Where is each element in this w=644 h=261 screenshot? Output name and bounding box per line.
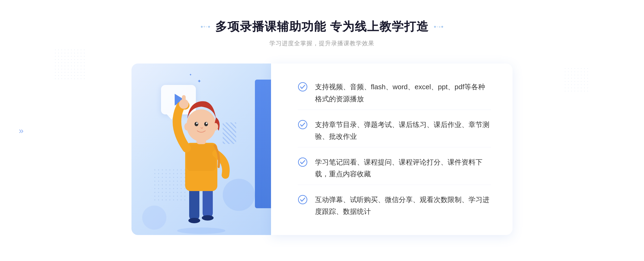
svg-point-11 bbox=[195, 122, 198, 126]
svg-point-10 bbox=[186, 109, 216, 141]
svg-rect-6 bbox=[186, 144, 216, 171]
sparkle-1: ✦ bbox=[197, 78, 201, 84]
page-container: » 多项录播课辅助功能 专为线上教学打造 学习进度全掌握，提升录播课教学效果 bbox=[0, 0, 644, 261]
svg-point-15 bbox=[184, 123, 190, 130]
illustration-card: ✦ ✦ bbox=[131, 64, 271, 235]
svg-point-12 bbox=[204, 122, 208, 126]
feature-item-3: 学习笔记回看、课程提问、课程评论打分、课件资料下载，重点内容收藏 bbox=[298, 151, 491, 185]
svg-point-20 bbox=[298, 195, 307, 204]
svg-point-16 bbox=[213, 123, 218, 130]
feature-item-4: 互动弹幕、试听购买、微信分享、观看次数限制、学习进度跟踪、数据统计 bbox=[298, 189, 491, 222]
sparkle-2: ✦ bbox=[189, 73, 192, 77]
features-panel: 支持视频、音频、flash、word、excel、ppt、pdf等各种格式的资源… bbox=[271, 64, 513, 235]
svg-rect-8 bbox=[182, 95, 186, 105]
svg-point-13 bbox=[196, 122, 198, 124]
header-section: 多项录播课辅助功能 专为线上教学打造 学习进度全掌握，提升录播课教学效果 bbox=[201, 19, 443, 47]
subtitle: 学习进度全掌握，提升录播课教学效果 bbox=[201, 39, 443, 47]
check-circle-icon-4 bbox=[298, 195, 308, 204]
check-circle-icon-1 bbox=[298, 82, 308, 92]
feature-text-4: 互动弹幕、试听购买、微信分享、观看次数限制、学习进度跟踪、数据统计 bbox=[315, 194, 491, 217]
svg-point-3 bbox=[188, 218, 200, 223]
svg-point-19 bbox=[298, 158, 307, 166]
check-circle-icon-2 bbox=[298, 120, 308, 129]
title-row: 多项录播课辅助功能 专为线上教学打造 bbox=[201, 19, 443, 35]
feature-text-2: 支持章节目录、弹题考试、课后练习、课后作业、章节测验、批改作业 bbox=[315, 119, 491, 142]
svg-point-4 bbox=[202, 215, 214, 221]
feature-text-3: 学习笔记回看、课程提问、课程评论打分、课件资料下载，重点内容收藏 bbox=[315, 156, 491, 180]
svg-point-18 bbox=[298, 120, 307, 129]
bg-dots-left bbox=[54, 48, 86, 80]
title-decorator-left bbox=[201, 26, 210, 28]
svg-point-0 bbox=[177, 228, 225, 234]
check-circle-icon-3 bbox=[298, 157, 308, 167]
title-decorator-right bbox=[434, 26, 443, 28]
feature-item-2: 支持章节目录、弹题考试、课后练习、课后作业、章节测验、批改作业 bbox=[298, 114, 491, 147]
content-area: ✦ ✦ bbox=[131, 64, 513, 235]
svg-point-14 bbox=[206, 122, 207, 124]
main-title: 多项录播课辅助功能 专为线上教学打造 bbox=[215, 19, 429, 35]
feature-text-1: 支持视频、音频、flash、word、excel、ppt、pdf等各种格式的资源… bbox=[315, 81, 491, 105]
svg-point-17 bbox=[298, 83, 307, 91]
human-figure bbox=[156, 84, 247, 235]
feature-item-1: 支持视频、音频、flash、word、excel、ppt、pdf等各种格式的资源… bbox=[298, 76, 491, 110]
left-arrow-decoration: » bbox=[19, 126, 24, 136]
bg-dots-right bbox=[564, 67, 590, 94]
